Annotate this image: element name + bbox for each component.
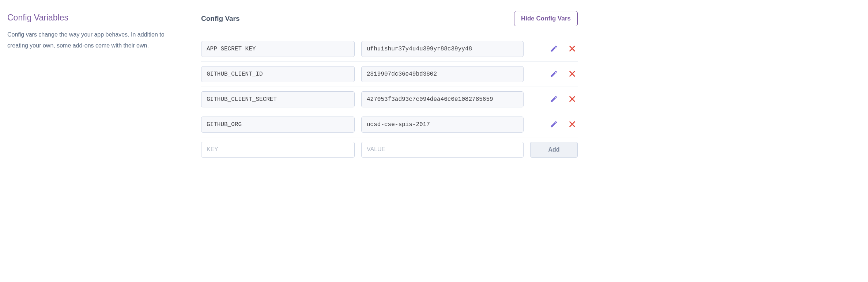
- pencil-icon: [550, 70, 558, 79]
- sidebar-title: Config Variables: [7, 13, 186, 23]
- delete-button[interactable]: [567, 94, 578, 106]
- x-icon: [568, 45, 576, 54]
- row-actions: [530, 119, 578, 131]
- config-var-row: [201, 37, 578, 62]
- config-var-value-input[interactable]: [361, 117, 524, 133]
- config-var-value-input[interactable]: [361, 66, 524, 82]
- add-button[interactable]: Add: [530, 142, 578, 158]
- config-vars-table: Add: [201, 37, 578, 162]
- edit-button[interactable]: [548, 119, 559, 131]
- config-var-key-input[interactable]: [201, 66, 355, 82]
- delete-button[interactable]: [567, 68, 578, 80]
- new-config-var-row: Add: [201, 137, 578, 162]
- x-icon: [568, 70, 576, 79]
- edit-button[interactable]: [548, 94, 559, 106]
- section-header: Config Vars Hide Config Vars: [201, 11, 578, 26]
- edit-button[interactable]: [548, 68, 559, 80]
- new-value-input[interactable]: [361, 142, 524, 158]
- pencil-icon: [550, 120, 558, 129]
- new-key-input[interactable]: [201, 142, 355, 158]
- config-sidebar: Config Variables Config vars change the …: [7, 11, 186, 162]
- config-var-value-input[interactable]: [361, 41, 524, 57]
- row-actions: [530, 94, 578, 106]
- edit-button[interactable]: [548, 43, 559, 55]
- delete-button[interactable]: [567, 119, 578, 131]
- config-var-row: [201, 112, 578, 137]
- section-title: Config Vars: [201, 15, 240, 23]
- config-var-value-input[interactable]: [361, 91, 524, 107]
- hide-config-vars-button[interactable]: Hide Config Vars: [514, 11, 578, 26]
- row-actions: [530, 68, 578, 80]
- config-var-row: [201, 62, 578, 87]
- pencil-icon: [550, 95, 558, 104]
- x-icon: [568, 95, 576, 104]
- x-icon: [568, 120, 576, 129]
- sidebar-description: Config vars change the way your app beha…: [7, 29, 186, 52]
- config-main: Config Vars Hide Config Vars: [201, 11, 578, 162]
- config-var-row: [201, 87, 578, 112]
- pencil-icon: [550, 45, 558, 54]
- delete-button[interactable]: [567, 43, 578, 55]
- config-var-key-input[interactable]: [201, 117, 355, 133]
- config-var-key-input[interactable]: [201, 91, 355, 107]
- config-var-key-input[interactable]: [201, 41, 355, 57]
- row-actions: [530, 43, 578, 55]
